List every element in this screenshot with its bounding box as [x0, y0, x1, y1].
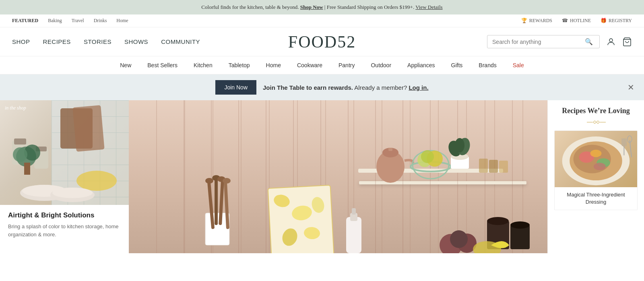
- utility-nav: FEATURED Baking Travel Drinks Home 🏆 REW…: [0, 14, 644, 27]
- gift-icon: 🎁: [601, 18, 607, 24]
- log-in-link[interactable]: Log in.: [409, 84, 428, 91]
- utility-nav-home[interactable]: Home: [116, 18, 128, 24]
- main-header: SHOP RECIPES STORIES SHOWS COMMUNITY FOO…: [0, 27, 644, 56]
- search-input[interactable]: [492, 39, 585, 45]
- utility-nav-left: FEATURED Baking Travel Drinks Home: [12, 18, 128, 24]
- svg-point-44: [223, 178, 231, 184]
- shop-nav-new[interactable]: New: [120, 62, 131, 68]
- svg-point-60: [450, 230, 468, 248]
- recipes-title: Recipes We’re Loving: [554, 107, 638, 115]
- svg-rect-34: [489, 160, 498, 173]
- registry-btn[interactable]: 🎁 REGISTRY: [601, 18, 632, 24]
- svg-rect-51: [346, 217, 361, 253]
- shop-now-link[interactable]: Shop Now: [300, 4, 323, 10]
- rewards-member-text: Already a member?: [354, 84, 409, 91]
- svg-rect-33: [479, 159, 488, 173]
- shop-nav-best-sellers[interactable]: Best Sellers: [147, 62, 178, 68]
- hero-illustration: [129, 100, 547, 253]
- shop-feature-desc: Bring a splash of color to kitchen stora…: [8, 223, 121, 238]
- nav-stories[interactable]: STORIES: [84, 38, 111, 45]
- recipe-name[interactable]: Magical Three-Ingredient Dressing: [555, 187, 637, 210]
- registry-label: REGISTRY: [609, 18, 632, 24]
- svg-point-32: [455, 138, 464, 153]
- shop-nav-outdoor[interactable]: Outdoor: [371, 62, 391, 68]
- hotline-label: HOTLINE: [570, 18, 591, 24]
- svg-point-41: [205, 178, 213, 184]
- shop-caption: Airtight & Bright Solutions Bring a spla…: [0, 205, 129, 245]
- main-nav: SHOP RECIPES STORIES SHOWS COMMUNITY: [12, 38, 288, 45]
- shop-illustration: [0, 100, 129, 205]
- nav-community[interactable]: COMMUNITY: [161, 38, 200, 45]
- join-now-button[interactable]: Join Now: [215, 80, 256, 95]
- shipping-text: Free Standard Shipping on Orders $199+.: [327, 4, 414, 10]
- trophy-icon: 🏆: [521, 18, 527, 24]
- shop-nav-appliances[interactable]: Appliances: [407, 62, 435, 68]
- shop-nav-cookware[interactable]: Cookware: [297, 62, 322, 68]
- rewards-text: Join The Table to earn rewards. Already …: [263, 84, 429, 91]
- nav-shows[interactable]: SHOWS: [124, 38, 148, 45]
- svg-rect-53: [352, 208, 356, 215]
- svg-point-0: [609, 39, 613, 42]
- rewards-join-text: Join The Table to earn rewards.: [263, 84, 353, 91]
- shop-nav-sale[interactable]: Sale: [513, 62, 524, 68]
- utility-nav-baking[interactable]: Baking: [48, 18, 62, 24]
- shop-nav-kitchen[interactable]: Kitchen: [194, 62, 213, 68]
- close-banner-icon[interactable]: ✕: [627, 83, 634, 92]
- utility-nav-featured[interactable]: FEATURED: [12, 18, 38, 24]
- utility-nav-drinks[interactable]: Drinks: [94, 18, 107, 24]
- shop-nav-pantry[interactable]: Pantry: [339, 62, 355, 68]
- svg-rect-35: [499, 161, 508, 173]
- rewards-label: REWARDS: [529, 18, 552, 24]
- rewards-banner: Join Now Join The Table to earn rewards.…: [0, 74, 644, 100]
- shop-nav-brands[interactable]: Brands: [479, 62, 496, 68]
- view-details-link[interactable]: View Details: [415, 4, 442, 10]
- phone-icon: ☎: [562, 18, 568, 24]
- search-icon: 🔍: [585, 38, 593, 45]
- left-panel: in the shop: [0, 100, 129, 253]
- rewards-btn[interactable]: 🏆 REWARDS: [521, 18, 552, 24]
- right-panel: Recipes We’re Loving ⸻⊙⊙⸻: [547, 100, 644, 253]
- shop-image[interactable]: in the shop: [0, 100, 129, 205]
- shop-feature-title: Airtight & Bright Solutions: [8, 211, 121, 219]
- logo[interactable]: FOOD52: [288, 32, 356, 52]
- center-hero[interactable]: [129, 100, 547, 253]
- svg-rect-22: [388, 148, 392, 151]
- svg-point-15: [13, 147, 27, 162]
- top-banner: Colorful finds for the kitchen, table & …: [0, 0, 644, 14]
- shop-nav-gifts[interactable]: Gifts: [451, 62, 463, 68]
- svg-line-72: [630, 140, 632, 157]
- banner-text: Colorful finds for the kitchen, table & …: [201, 4, 299, 10]
- header-right: 🔍: [356, 35, 632, 48]
- recipe-image: [555, 131, 637, 187]
- recipes-divider: ⸻⊙⊙⸻: [554, 118, 638, 126]
- kitchen-scene: [129, 100, 547, 253]
- cart-icon[interactable]: [622, 37, 632, 47]
- recipe-illustration: [555, 131, 637, 187]
- search-bar[interactable]: 🔍: [487, 35, 600, 48]
- shop-nav-tabletop[interactable]: Tabletop: [229, 62, 250, 68]
- account-icon[interactable]: [606, 37, 616, 47]
- nav-recipes[interactable]: RECIPES: [43, 38, 71, 45]
- svg-rect-16: [24, 163, 30, 175]
- svg-point-55: [487, 217, 509, 225]
- svg-point-4: [76, 171, 117, 191]
- svg-point-67: [590, 150, 602, 157]
- svg-rect-38: [215, 179, 218, 225]
- logo-text: FOOD52: [288, 33, 356, 51]
- svg-point-68: [594, 163, 606, 170]
- shop-nav: New Best Sellers Kitchen Tabletop Home C…: [0, 56, 644, 74]
- svg-point-27: [421, 150, 434, 163]
- utility-nav-right: 🏆 REWARDS ☎ HOTLINE 🎁 REGISTRY: [521, 18, 632, 24]
- svg-rect-3: [72, 105, 104, 152]
- hotline-btn[interactable]: ☎ HOTLINE: [562, 18, 591, 24]
- utility-nav-travel[interactable]: Travel: [72, 18, 84, 24]
- nav-shop[interactable]: SHOP: [12, 38, 30, 45]
- svg-point-57: [510, 221, 530, 229]
- shop-nav-home[interactable]: Home: [266, 62, 281, 68]
- svg-point-12: [52, 188, 93, 198]
- content-area: in the shop: [0, 100, 644, 253]
- svg-rect-6: [14, 138, 26, 145]
- recipe-card[interactable]: Magical Three-Ingredient Dressing: [554, 130, 638, 210]
